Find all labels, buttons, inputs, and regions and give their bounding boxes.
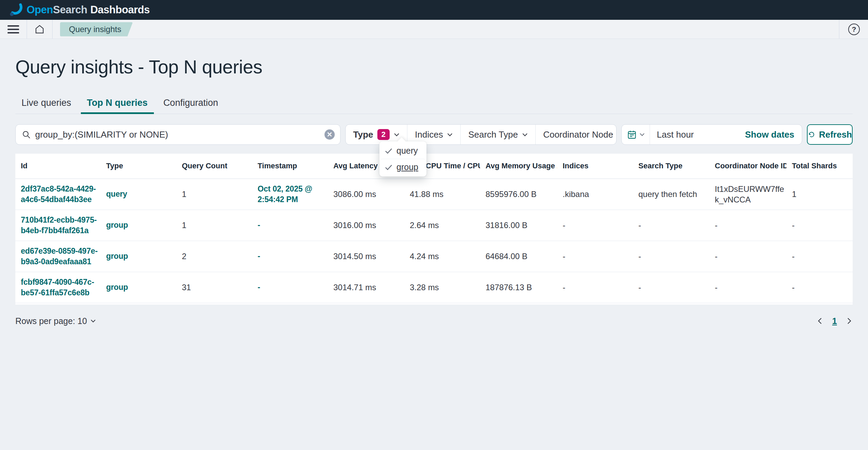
- opensearch-logo: OpenSearchDashboards: [10, 3, 150, 16]
- help-button[interactable]: ?: [848, 24, 860, 35]
- chevron-down-icon: [447, 133, 453, 137]
- column-header-query-count: Query Count: [176, 154, 252, 179]
- filter-label: Type: [353, 129, 373, 140]
- cell-timestamp[interactable]: -: [252, 272, 328, 303]
- cell-type[interactable]: group: [101, 210, 176, 241]
- clear-search-icon[interactable]: ✕: [324, 129, 335, 140]
- cell-avg-memory-usage-mem: 187876.13 B: [480, 272, 557, 303]
- logo-search: Search: [53, 4, 87, 16]
- cell-timestamp[interactable]: -: [252, 210, 328, 241]
- cell-indices: -: [557, 272, 633, 303]
- next-page-button[interactable]: [847, 318, 851, 324]
- queries-table-container: IdTypeQuery CountTimestampAvg Latency / …: [15, 154, 853, 305]
- filter-label: Indices: [415, 129, 443, 140]
- filter-label: Coordinator Node ID: [543, 129, 617, 140]
- breadcrumb-badge[interactable]: Query insights: [60, 22, 133, 37]
- home-icon: [34, 24, 45, 34]
- date-picker-quick-select-button[interactable]: [622, 125, 650, 144]
- cell-timestamp[interactable]: Oct 02, 2025 @ 2:54:42 PM: [252, 179, 328, 210]
- popover-option-group[interactable]: group: [379, 159, 426, 175]
- menu-button[interactable]: [0, 20, 27, 39]
- cell-search-type: -: [633, 210, 709, 241]
- check-icon: [385, 148, 392, 154]
- cell-avg-cpu-time-cpu-time: 41.88 ms: [404, 179, 480, 210]
- page-number-1[interactable]: 1: [832, 316, 837, 326]
- queries-table: IdTypeQuery CountTimestampAvg Latency / …: [15, 154, 853, 303]
- nav-bar: Query insights ?: [0, 20, 868, 39]
- date-picker: Last hour Show dates: [621, 124, 802, 145]
- cell-avg-memory-usage-mem: 31816.00 B: [480, 210, 557, 241]
- search-box: ✕: [15, 124, 341, 145]
- cell-id[interactable]: fcbf9847-4090-467c-be57-61ffa57c6e8b: [15, 272, 101, 303]
- column-header-coordinator-node-id: Coordinator Node ID: [709, 154, 786, 179]
- app-header: OpenSearchDashboards: [0, 0, 868, 20]
- refresh-label: Refresh: [819, 129, 852, 140]
- breadcrumb: Query insights: [53, 20, 140, 39]
- rows-per-page-label: Rows per page: 10: [15, 316, 87, 326]
- cell-coordinator-node-id: -: [709, 241, 786, 272]
- logo-text: OpenSearchDashboards: [27, 4, 150, 16]
- popover-option-label: query: [396, 146, 418, 156]
- search-input[interactable]: [35, 129, 320, 140]
- cell-total-shards: -: [786, 272, 853, 303]
- cell-id[interactable]: 2df37ac8-542a-4429-a4c6-54dbaf44b3ee: [15, 179, 101, 210]
- tabs-bar: Live queriesTop N queriesConfiguration: [15, 93, 853, 114]
- cell-avg-cpu-time-cpu-time: 2.64 ms: [404, 210, 480, 241]
- column-header-timestamp: Timestamp: [252, 154, 328, 179]
- home-button[interactable]: [27, 20, 53, 39]
- column-header-avg-memory-usage-mem: Avg Memory Usage / Mem…: [480, 154, 557, 179]
- column-header-search-type: Search Type: [633, 154, 709, 179]
- cell-query-count: 31: [176, 272, 252, 303]
- page-content: Query insights - Top N queries Live quer…: [0, 56, 868, 340]
- cell-type[interactable]: group: [101, 272, 176, 303]
- cell-type[interactable]: group: [101, 241, 176, 272]
- time-range-value[interactable]: Last hour: [650, 129, 745, 140]
- filter-count-badge: 2: [377, 129, 390, 140]
- cell-query-count: 1: [176, 179, 252, 210]
- controls-row: ✕ Type2IndicesSearch TypeCoordinator Nod…: [15, 124, 853, 145]
- chevron-down-icon: [394, 133, 400, 137]
- rows-per-page-button[interactable]: Rows per page: 10: [15, 316, 96, 326]
- refresh-icon: [808, 130, 815, 139]
- cell-timestamp[interactable]: -: [252, 241, 328, 272]
- cell-coordinator-node-id: -: [709, 272, 786, 303]
- cell-id[interactable]: 710b41f2-ecbb-4975-b4eb-f7bb4faf261a: [15, 210, 101, 241]
- chevron-right-icon: [847, 318, 851, 324]
- page-title: Query insights - Top N queries: [15, 56, 853, 78]
- refresh-button[interactable]: Refresh: [807, 124, 853, 145]
- pagination-row: Rows per page: 10 1: [15, 316, 853, 340]
- chevron-down-icon: [90, 319, 96, 323]
- cell-total-shards: 1: [786, 179, 853, 210]
- table-row: ed67e39e-0859-497e-b9a3-0ad9eafaaa81grou…: [15, 241, 853, 272]
- cell-total-shards: -: [786, 241, 853, 272]
- table-row: fcbf9847-4090-467c-be57-61ffa57c6e8bgrou…: [15, 272, 853, 303]
- filter-button-coordinator-node-id[interactable]: Coordinator Node ID: [536, 125, 617, 144]
- cell-query-count: 2: [176, 241, 252, 272]
- chevron-down-icon: [522, 133, 528, 137]
- tab-live-queries[interactable]: Live queries: [15, 93, 77, 114]
- cell-search-type: -: [633, 272, 709, 303]
- column-header-total-shards: Total Shards: [786, 154, 853, 179]
- previous-page-button[interactable]: [818, 318, 822, 324]
- check-icon: [385, 164, 392, 170]
- logo-dashboards: Dashboards: [90, 4, 150, 16]
- chevron-left-icon: [818, 318, 822, 324]
- cell-avg-memory-usage-mem: 8595976.00 B: [480, 179, 557, 210]
- popover-option-query[interactable]: query: [379, 143, 426, 159]
- show-dates-button[interactable]: Show dates: [745, 129, 802, 140]
- tab-top-n-queries[interactable]: Top N queries: [81, 93, 154, 114]
- search-icon: [22, 130, 31, 139]
- cell-total-shards: -: [786, 210, 853, 241]
- cell-coordinator-node-id: It1xDsEURWW7ffek_vNCCA: [709, 179, 786, 210]
- popover-option-label: group: [396, 162, 418, 172]
- table-header-row: IdTypeQuery CountTimestampAvg Latency / …: [15, 154, 853, 179]
- nav-right-section: ?: [839, 20, 860, 39]
- filter-button-search-type[interactable]: Search Type: [461, 125, 536, 144]
- tab-configuration[interactable]: Configuration: [157, 93, 225, 114]
- cell-avg-latency-latency: 3014.71 ms: [328, 272, 404, 303]
- cell-id[interactable]: ed67e39e-0859-497e-b9a3-0ad9eafaaa81: [15, 241, 101, 272]
- cell-indices: .kibana: [557, 179, 633, 210]
- cell-type[interactable]: query: [101, 179, 176, 210]
- filter-label: Search Type: [468, 129, 518, 140]
- page-controls: 1: [818, 316, 853, 326]
